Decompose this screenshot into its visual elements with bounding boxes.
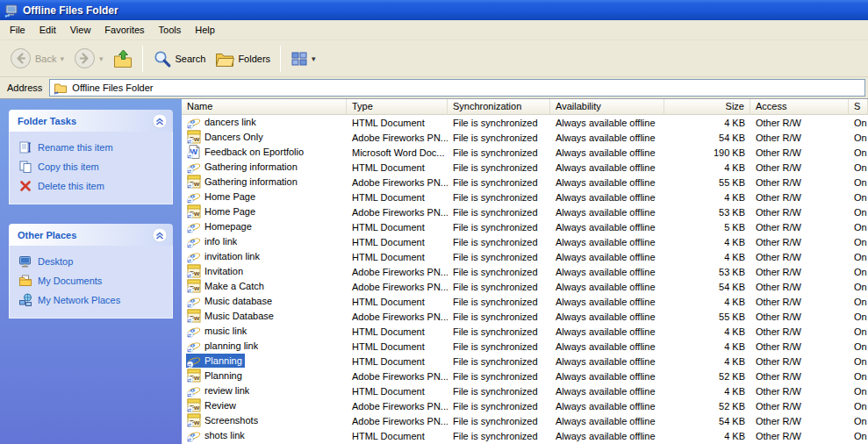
file-row[interactable]: Fw⇄ReviewAdobe Fireworks PN...File is sy… [182,398,868,413]
file-row[interactable]: e⇄PlanningHTML DocumentFile is synchroni… [182,354,868,369]
html-file-icon: e⇄ [187,219,201,233]
menu-favorites[interactable]: Favorites [97,21,151,39]
sidebar-item-label: Copy this item [38,161,99,172]
html-file-icon: e⇄ [187,160,201,174]
file-row[interactable]: Fw⇄Make a CatchAdobe Fireworks PN...File… [182,279,868,294]
address-input[interactable]: ⇄ Offline Files Folder [49,79,865,97]
file-name[interactable]: e⇄Gathering information [186,160,300,174]
file-name[interactable]: Fw⇄Home Page [186,204,258,218]
cell-availability: Always available offline [550,237,664,247]
sidebar-item-desktop[interactable]: Desktop [18,252,167,271]
column-header-availability[interactable]: Availability [550,99,664,115]
file-row[interactable]: e⇄Gathering informationHTML DocumentFile… [182,160,868,175]
column-header-name[interactable]: Name [182,99,347,115]
file-name[interactable]: e⇄Home Page [186,190,258,204]
cell-size: 4 KB [664,118,750,128]
file-row[interactable]: Fw⇄PlanningAdobe Fireworks PN...File is … [182,369,868,383]
file-name[interactable]: Fw⇄Review [186,398,239,412]
html-file-icon: e⇄ [187,294,201,308]
column-header-s[interactable]: S [849,99,868,115]
file-name[interactable]: Fw⇄Planning [186,369,245,383]
file-row[interactable]: e⇄HomepageHTML DocumentFile is synchroni… [182,219,868,234]
file-name[interactable]: e⇄info link [186,234,240,248]
file-row[interactable]: e⇄Home PageHTML DocumentFile is synchron… [182,190,868,204]
file-row[interactable]: e⇄planning linkHTML DocumentFile is sync… [182,339,868,354]
other-places-header[interactable]: Other Places [9,224,173,246]
menu-edit[interactable]: Edit [32,21,63,39]
file-name[interactable]: Fw⇄Screenshots [186,413,261,427]
file-name[interactable]: e⇄shots link [186,428,247,442]
cell-sync: File is synchronized [448,177,550,188]
file-name[interactable]: W⇄Feedback on Eportfolio [186,145,306,159]
column-header-type[interactable]: Type [347,99,448,115]
menu-view[interactable]: View [63,21,98,39]
column-header-access[interactable]: Access [750,99,849,115]
file-row[interactable]: Fw⇄Dancers OnlyAdobe Fireworks PN...File… [182,130,868,145]
file-row[interactable]: e⇄music linkHTML DocumentFile is synchro… [182,324,868,339]
file-name[interactable]: Fw⇄Music Database [186,309,276,323]
search-label: Search [176,54,206,64]
file-row[interactable]: Fw⇄Gathering informationAdobe Fireworks … [182,175,868,190]
file-name[interactable]: Fw⇄Invitation [186,264,246,278]
cell-size: 55 KB [664,177,750,188]
file-name[interactable]: e⇄dancers link [186,115,259,129]
views-button[interactable]: ▾ [286,47,320,70]
file-row[interactable]: e⇄review linkHTML DocumentFile is synchr… [182,383,868,398]
back-button[interactable]: Back ▾ [5,45,68,72]
menu-file[interactable]: File [3,21,32,39]
word-file-icon: W⇄ [187,145,201,159]
file-row[interactable]: Fw⇄InvitationAdobe Fireworks PN...File i… [182,264,868,279]
svg-text:⇄: ⇄ [188,153,192,158]
titlebar[interactable]: ⇄ Offline Files Folder [0,0,868,20]
column-header-synchronization[interactable]: Synchronization [448,99,550,115]
sidebar-item-my-network-places[interactable]: My Network Places [18,290,167,310]
file-name[interactable]: e⇄invitation link [186,249,262,263]
file-name[interactable]: e⇄planning link [186,339,261,353]
file-row[interactable]: W⇄Feedback on EportfolioMicrosoft Word D… [182,145,868,160]
address-folder-icon: ⇄ [54,81,68,95]
html-file-icon: e⇄ [187,249,201,263]
collapse-chevron-icon[interactable] [152,227,168,243]
cell-sync: File is synchronized [448,237,550,247]
search-button[interactable]: Search [148,47,211,71]
file-name[interactable]: e⇄Music database [186,294,275,308]
address-label: Address [7,82,42,93]
file-name[interactable]: Fw⇄Dancers Only [186,130,266,144]
file-name[interactable]: Fw⇄Make a Catch [186,279,267,293]
file-row[interactable]: e⇄invitation linkHTML DocumentFile is sy… [182,249,868,264]
menu-tools[interactable]: Tools [152,21,189,39]
toolbar-separator [280,46,281,72]
folders-button[interactable]: Folders [211,47,275,71]
forward-button[interactable]: ▾ [69,45,108,72]
cell-availability: Always available offline [550,401,664,412]
cell-name: e⇄Gathering information [182,160,347,175]
file-row[interactable]: e⇄Music databaseHTML DocumentFile is syn… [182,294,868,309]
menu-help[interactable]: Help [188,21,222,39]
file-row[interactable]: e⇄dancers linkHTML DocumentFile is synch… [182,115,868,130]
cell-availability: Always available offline [550,222,664,233]
file-row[interactable]: Fw⇄Music DatabaseAdobe Fireworks PN...Fi… [182,309,868,324]
sidebar-item-copy-this-item[interactable]: Copy this item [18,157,167,176]
file-name[interactable]: e⇄Planning [186,354,245,368]
sidebar-item-delete-this-item[interactable]: Delete this item [18,176,167,196]
folders-label: Folders [238,54,270,64]
file-name-label: Planning [204,355,242,366]
file-row[interactable]: e⇄info linkHTML DocumentFile is synchron… [182,234,868,249]
up-button[interactable] [109,47,137,71]
collapse-chevron-icon[interactable] [152,113,168,129]
file-name[interactable]: e⇄music link [186,324,249,338]
sidebar-item-my-documents[interactable]: My Documents [18,271,167,290]
sidebar-item-rename-this-item[interactable]: Rename this item [18,138,167,157]
file-row[interactable]: Fw⇄Home PageAdobe Fireworks PN...File is… [182,204,868,219]
folder-tasks-header[interactable]: Folder Tasks [9,110,173,132]
cell-type: HTML Document [347,252,448,262]
file-name[interactable]: e⇄review link [186,383,252,397]
file-row[interactable]: Fw⇄ScreenshotsAdobe Fireworks PN...File … [182,413,868,428]
file-list: NameTypeSynchronizationAvailabilitySizeA… [182,99,868,444]
file-name[interactable]: Fw⇄Gathering information [186,175,300,189]
svg-text:⇄: ⇄ [188,168,192,173]
address-value: Offline Files Folder [72,82,153,93]
file-name[interactable]: e⇄Homepage [186,219,255,233]
column-header-size[interactable]: Size [664,99,750,115]
file-row[interactable]: e⇄shots linkHTML DocumentFile is synchro… [182,428,868,443]
